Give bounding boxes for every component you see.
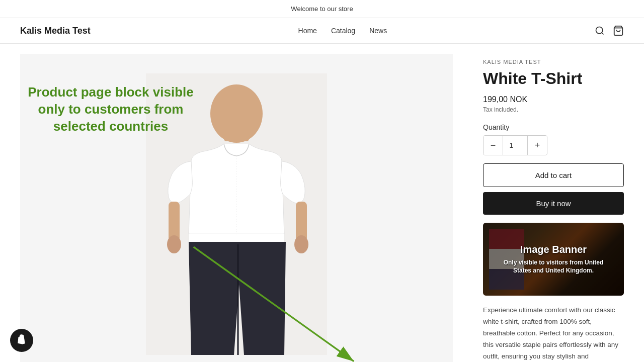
banner-title: Image Banner: [498, 244, 609, 255]
quantity-control: − +: [483, 135, 547, 155]
decrease-quantity-button[interactable]: −: [484, 136, 503, 155]
site-logo[interactable]: Kalis Media Test: [20, 26, 91, 36]
brand-label: KALIS MEDIA TEST: [483, 59, 624, 65]
svg-line-1: [602, 33, 604, 35]
search-icon: [595, 26, 605, 36]
svg-point-13: [294, 235, 308, 253]
quantity-label: Quantity: [483, 123, 624, 131]
quantity-input[interactable]: [503, 136, 528, 155]
shopify-icon: [15, 334, 28, 347]
cart-button[interactable]: [613, 25, 624, 36]
main-content: Product page block visible only to custo…: [0, 44, 644, 362]
svg-point-11: [167, 235, 181, 253]
svg-point-7: [210, 84, 263, 143]
product-price: 199,00 NOK: [483, 95, 624, 104]
buy-now-button[interactable]: Buy it now: [483, 192, 624, 215]
product-description: Experience ultimate comfort with our cla…: [483, 305, 624, 362]
product-info: KALIS MEDIA TEST White T-Shirt 199,00 NO…: [483, 54, 624, 362]
svg-point-0: [596, 27, 602, 34]
image-banner: Image Banner Only visible to visitors fr…: [483, 223, 624, 296]
search-button[interactable]: [595, 26, 605, 36]
cart-icon: [613, 25, 624, 36]
product-gallery: Product page block visible only to custo…: [20, 54, 453, 362]
nav-home[interactable]: Home: [298, 27, 317, 35]
nav-news[interactable]: News: [369, 27, 387, 35]
annotation-text: Product page block visible only to custo…: [25, 84, 196, 135]
increase-quantity-button[interactable]: +: [528, 136, 547, 155]
main-nav: Home Catalog News: [298, 27, 387, 35]
product-title: White T-Shirt: [483, 69, 624, 88]
header-icons: [595, 25, 624, 36]
nav-catalog[interactable]: Catalog: [331, 27, 355, 35]
banner-subtitle: Only visible to visitors from United Sta…: [498, 258, 609, 276]
add-to-cart-button[interactable]: Add to cart: [483, 163, 624, 187]
top-banner: Welcome to our store: [0, 0, 644, 18]
tax-note: Tax included.: [483, 106, 624, 113]
banner-text-overlay: Image Banner Only visible to visitors fr…: [498, 244, 609, 276]
header: Kalis Media Test Home Catalog News: [0, 18, 644, 44]
top-banner-text: Welcome to our store: [291, 5, 353, 13]
shopify-badge[interactable]: [10, 329, 33, 352]
